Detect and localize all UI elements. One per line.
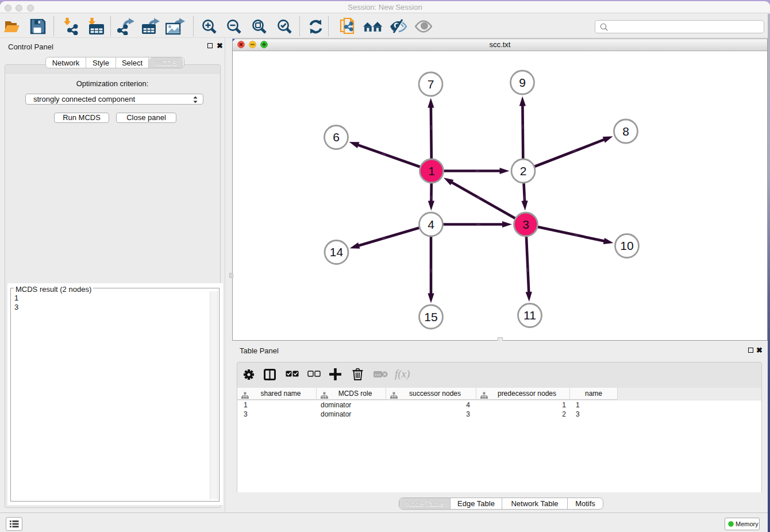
svg-text:4: 4 [428, 218, 434, 231]
svg-text:3: 3 [522, 218, 529, 231]
svg-text:2: 2 [520, 164, 527, 178]
svg-text:15: 15 [424, 310, 437, 323]
svg-text:f(x): f(x) [395, 368, 410, 380]
svg-text:9: 9 [519, 76, 526, 89]
svg-text:11: 11 [523, 309, 536, 322]
svg-text:14: 14 [330, 245, 344, 259]
svg-text:6: 6 [333, 130, 340, 144]
svg-text:10: 10 [620, 239, 633, 252]
svg-text:7: 7 [428, 78, 434, 91]
svg-text:8: 8 [622, 125, 629, 138]
svg-text:1: 1 [428, 164, 435, 178]
